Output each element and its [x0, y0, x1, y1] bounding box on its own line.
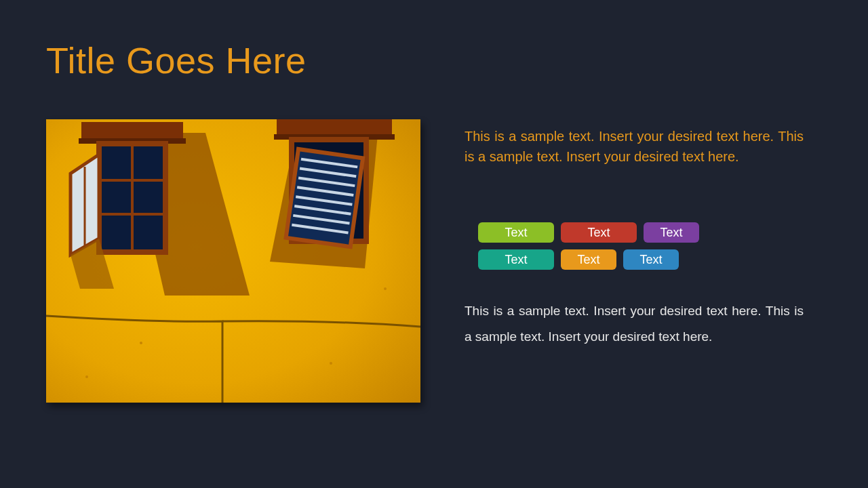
- svg-point-27: [85, 375, 88, 378]
- body-paragraph: This is a sample text. Insert your desir…: [465, 298, 804, 350]
- svg-rect-3: [81, 122, 183, 140]
- tag-green[interactable]: Text: [478, 222, 554, 243]
- hero-image: [46, 119, 420, 403]
- slide: Title Goes Here: [0, 0, 868, 488]
- tag-red[interactable]: Text: [561, 222, 637, 243]
- slide-title: Title Goes Here: [46, 39, 307, 81]
- svg-rect-12: [277, 119, 392, 136]
- tag-row-1: Text Text Text: [478, 222, 699, 243]
- tag-blue[interactable]: Text: [623, 249, 679, 270]
- svg-point-24: [140, 342, 142, 344]
- tag-orange[interactable]: Text: [561, 249, 616, 270]
- svg-point-25: [330, 362, 332, 365]
- hero-image-svg: [46, 119, 420, 403]
- tag-row-2: Text Text Text: [478, 249, 699, 270]
- tag-purple[interactable]: Text: [644, 222, 699, 243]
- tag-group: Text Text Text Text Text Text: [478, 222, 699, 270]
- tag-teal[interactable]: Text: [478, 249, 554, 270]
- intro-paragraph: This is a sample text. Insert your desir…: [465, 126, 804, 167]
- svg-point-26: [384, 287, 387, 290]
